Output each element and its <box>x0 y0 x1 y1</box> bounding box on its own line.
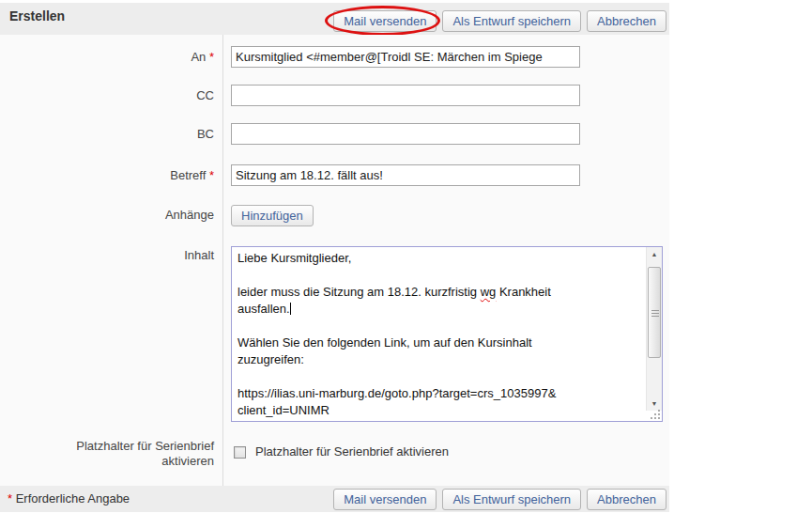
subject-field-label: Betreff * <box>0 168 214 183</box>
content-textarea[interactable]: Liebe Kursmitglieder, leider muss die Si… <box>231 246 663 422</box>
subject-label-text: Betreff <box>170 168 206 182</box>
text-caret <box>290 303 291 315</box>
required-marker: * <box>209 168 214 182</box>
to-field-label: An * <box>0 50 214 65</box>
serial-letter-field-label: Platzhalter für Serienbrief aktivieren <box>0 439 214 469</box>
scrollbar-grip-icon <box>651 310 659 317</box>
cancel-button[interactable]: Abbrechen <box>587 10 666 32</box>
save-draft-button-bottom[interactable]: Als Entwurf speichern <box>442 489 581 510</box>
send-button-wrap: Mail versenden <box>333 10 437 32</box>
footer-button-group: Mail versenden Als Entwurf speichern Abb… <box>333 489 666 510</box>
content-field-label: Inhalt <box>0 248 214 263</box>
serial-letter-checkbox[interactable] <box>234 446 246 459</box>
send-mail-button-bottom[interactable]: Mail versenden <box>333 489 437 510</box>
to-input[interactable] <box>231 46 580 68</box>
cc-field-label: CC <box>0 88 214 103</box>
scrollbar-thumb[interactable] <box>648 267 661 358</box>
header-button-group: Mail versenden Als Entwurf speichern Abb… <box>333 10 666 32</box>
serial-letter-checkbox-label[interactable]: Platzhalter für Serienbrief aktivieren <box>255 444 449 459</box>
add-attachment-button[interactable]: Hinzufügen <box>231 205 314 226</box>
mail-compose-panel: Erstellen Mail versenden Als Entwurf spe… <box>0 0 669 513</box>
scroll-down-icon[interactable]: ▼ <box>647 397 662 411</box>
cancel-button-bottom[interactable]: Abbrechen <box>587 489 666 510</box>
attachments-field-label: Anhänge <box>0 208 214 223</box>
misspelled-word: wg <box>481 285 497 299</box>
textarea-scrollbar[interactable]: ▲ ▼ <box>646 247 662 411</box>
required-marker: * <box>209 50 214 64</box>
required-note-text: Erforderliche Angabe <box>12 491 130 506</box>
subject-input[interactable] <box>231 164 580 186</box>
content-text[interactable]: Liebe Kursmitglieder, leider muss die Si… <box>232 247 646 421</box>
bcc-input[interactable] <box>231 123 580 145</box>
bcc-field-label: BC <box>0 127 214 142</box>
resize-grip-icon[interactable] <box>651 410 660 419</box>
scroll-up-icon[interactable]: ▲ <box>647 247 662 261</box>
label-column-divider <box>222 35 223 486</box>
save-draft-button[interactable]: Als Entwurf speichern <box>442 10 581 32</box>
required-field-note: * Erforderliche Angabe <box>8 491 130 506</box>
mail-compose-page: Erstellen Mail versenden Als Entwurf spe… <box>0 0 812 529</box>
send-mail-button[interactable]: Mail versenden <box>333 10 437 32</box>
cc-input[interactable] <box>231 85 580 106</box>
to-label-text: An <box>191 50 206 64</box>
page-title: Erstellen <box>9 8 65 23</box>
